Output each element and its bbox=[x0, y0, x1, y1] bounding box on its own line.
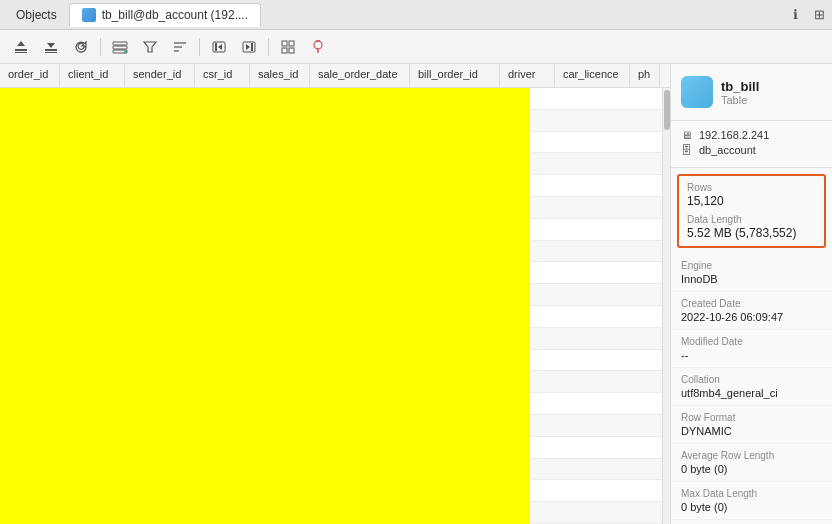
table-row[interactable] bbox=[530, 262, 670, 284]
col-ph: ph bbox=[630, 64, 660, 87]
col-bill-order-id: bill_order_id bbox=[410, 64, 500, 87]
table-row[interactable] bbox=[530, 153, 670, 175]
separator-3 bbox=[268, 38, 269, 56]
col-csr-id: csr_id bbox=[195, 64, 250, 87]
active-tab[interactable]: tb_bill@db_account (192.... bbox=[69, 3, 261, 27]
connection-row: 🖥 192.168.2.241 bbox=[681, 129, 822, 141]
svg-point-26 bbox=[314, 41, 322, 49]
scroll-thumb[interactable] bbox=[664, 90, 670, 130]
table-row[interactable] bbox=[530, 219, 670, 241]
separator-2 bbox=[199, 38, 200, 56]
stats-section: Rows 15,120 Data Length 5.52 MB (5,783,5… bbox=[677, 174, 826, 248]
yellow-data-block bbox=[0, 88, 530, 524]
max-data-label: Max Data Length bbox=[681, 488, 822, 499]
toolbar bbox=[0, 30, 832, 64]
table-name-block: tb_bill Table bbox=[721, 79, 759, 106]
table-row[interactable] bbox=[530, 175, 670, 197]
tab-bar: Objects tb_bill@db_account (192.... ℹ ⊞ bbox=[0, 0, 832, 30]
col-driver: driver bbox=[500, 64, 555, 87]
table-row[interactable] bbox=[530, 459, 670, 481]
max-data-value: 0 byte (0) bbox=[681, 501, 822, 513]
col-client-id: client_id bbox=[60, 64, 125, 87]
svg-rect-3 bbox=[45, 49, 57, 51]
col-sales-id: sales_id bbox=[250, 64, 310, 87]
svg-rect-0 bbox=[15, 49, 27, 51]
col-order-id: order_id bbox=[0, 64, 60, 87]
export-button[interactable] bbox=[8, 34, 34, 60]
modified-date-value: -- bbox=[681, 349, 822, 361]
table-row[interactable] bbox=[530, 197, 670, 219]
table-name: tb_bill bbox=[721, 79, 759, 94]
created-date-label: Created Date bbox=[681, 298, 822, 309]
table-row[interactable] bbox=[530, 88, 670, 110]
engine-field: Engine InnoDB bbox=[671, 254, 832, 292]
svg-rect-4 bbox=[45, 52, 57, 53]
svg-rect-7 bbox=[113, 46, 127, 49]
svg-rect-6 bbox=[113, 42, 127, 45]
database-name: db_account bbox=[699, 144, 756, 156]
avg-row-field: Average Row Length 0 byte (0) bbox=[671, 444, 832, 482]
prev-button[interactable] bbox=[206, 34, 232, 60]
import-button[interactable] bbox=[38, 34, 64, 60]
rows-label: Rows bbox=[687, 182, 816, 193]
table-row[interactable] bbox=[530, 306, 670, 328]
avg-row-value: 0 byte (0) bbox=[681, 463, 822, 475]
next-button[interactable] bbox=[236, 34, 262, 60]
connection-icon: 🖥 bbox=[681, 129, 695, 141]
table-type-label: Table bbox=[721, 94, 759, 106]
table-type-icon bbox=[681, 76, 713, 108]
add-row-button[interactable] bbox=[107, 34, 133, 60]
filter-button[interactable] bbox=[137, 34, 163, 60]
info-icon[interactable]: ℹ bbox=[786, 6, 804, 24]
svg-marker-5 bbox=[47, 43, 55, 48]
svg-rect-21 bbox=[282, 41, 287, 46]
scroll-bar[interactable] bbox=[662, 88, 670, 524]
table-data-area bbox=[0, 88, 670, 524]
table-row[interactable] bbox=[530, 437, 670, 459]
table-row[interactable] bbox=[530, 415, 670, 437]
info-panel: tb_bill Table 🖥 192.168.2.241 🗄 db_accou… bbox=[670, 64, 832, 524]
svg-rect-24 bbox=[289, 48, 294, 53]
main-content: order_id client_id sender_id csr_id sale… bbox=[0, 64, 832, 524]
col-sender-id: sender_id bbox=[125, 64, 195, 87]
table-row[interactable] bbox=[530, 393, 670, 415]
table-row[interactable] bbox=[530, 350, 670, 372]
table-row[interactable] bbox=[530, 480, 670, 502]
settings-icon[interactable]: ⊞ bbox=[810, 6, 828, 24]
table-rows bbox=[530, 88, 670, 524]
max-data-field: Max Data Length 0 byte (0) bbox=[671, 482, 832, 520]
collation-field: Collation utf8mb4_general_ci bbox=[671, 368, 832, 406]
svg-marker-16 bbox=[218, 44, 222, 50]
row-format-label: Row Format bbox=[681, 412, 822, 423]
tab-db-icon bbox=[82, 8, 96, 22]
database-row: 🗄 db_account bbox=[681, 144, 822, 156]
svg-marker-2 bbox=[17, 41, 25, 46]
pin-button[interactable] bbox=[305, 34, 331, 60]
connection-address: 192.168.2.241 bbox=[699, 129, 769, 141]
table-row[interactable] bbox=[530, 110, 670, 132]
grid-button[interactable] bbox=[275, 34, 301, 60]
row-format-value: DYNAMIC bbox=[681, 425, 822, 437]
rows-value: 15,120 bbox=[687, 194, 816, 208]
table-panel: order_id client_id sender_id csr_id sale… bbox=[0, 64, 670, 524]
svg-marker-11 bbox=[144, 42, 156, 52]
svg-rect-20 bbox=[251, 43, 253, 51]
table-row[interactable] bbox=[530, 328, 670, 350]
table-row[interactable] bbox=[530, 284, 670, 306]
col-sale-order-date: sale_order_date bbox=[310, 64, 410, 87]
refresh-button[interactable] bbox=[68, 34, 94, 60]
engine-label: Engine bbox=[681, 260, 822, 271]
table-row[interactable] bbox=[530, 502, 670, 524]
svg-rect-23 bbox=[282, 48, 287, 53]
avg-row-label: Average Row Length bbox=[681, 450, 822, 461]
table-row[interactable] bbox=[530, 241, 670, 263]
created-date-value: 2022-10-26 06:09:47 bbox=[681, 311, 822, 323]
objects-tab[interactable]: Objects bbox=[4, 4, 69, 26]
table-row[interactable] bbox=[530, 371, 670, 393]
table-row[interactable] bbox=[530, 132, 670, 154]
column-header-row: order_id client_id sender_id csr_id sale… bbox=[0, 64, 670, 88]
sort-button[interactable] bbox=[167, 34, 193, 60]
col-car-licence: car_licence bbox=[555, 64, 630, 87]
separator-1 bbox=[100, 38, 101, 56]
svg-marker-19 bbox=[246, 44, 250, 50]
